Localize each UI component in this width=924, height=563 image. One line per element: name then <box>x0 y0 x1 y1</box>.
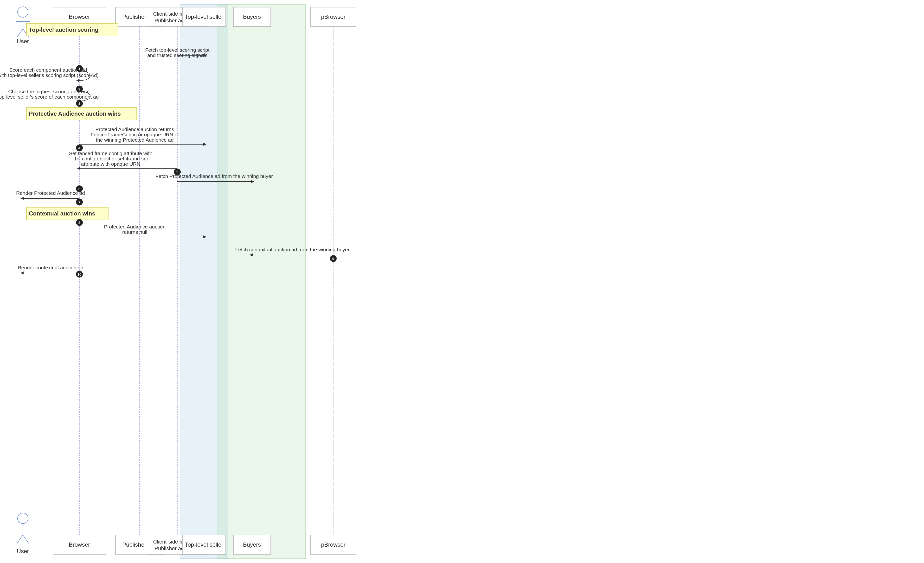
svg-point-67 <box>76 100 83 107</box>
svg-text:Contextual auction wins: Contextual auction wins <box>29 210 95 217</box>
svg-text:Buyers: Buyers <box>253 7 271 13</box>
svg-text:Render contextual auction ad: Render contextual auction ad <box>18 265 83 270</box>
svg-marker-85 <box>251 180 254 183</box>
svg-text:Protected Audience auction ret: Protected Audience auction returns <box>96 126 174 132</box>
svg-rect-49 <box>27 24 118 36</box>
svg-text:Set fenced frame config attrib: Set fenced frame config attribute with <box>69 151 153 156</box>
svg-marker-90 <box>21 197 24 200</box>
svg-rect-15 <box>310 7 356 27</box>
svg-line-39 <box>17 535 23 544</box>
svg-rect-11 <box>182 7 226 27</box>
svg-text:10: 10 <box>78 272 82 276</box>
svg-marker-73 <box>203 143 207 146</box>
svg-line-33 <box>17 29 23 37</box>
svg-text:Publisher site: Publisher site <box>122 13 157 20</box>
svg-point-91 <box>76 199 83 205</box>
svg-rect-13 <box>233 7 271 27</box>
svg-text:top-level seller's score of ea: top-level seller's score of each compone… <box>0 94 99 100</box>
svg-text:Fetch top-level scoring script: Fetch top-level scoring script <box>145 47 209 53</box>
svg-point-106 <box>76 271 83 277</box>
svg-text:and trusted scoring signals: and trusted scoring signals <box>147 52 207 58</box>
svg-text:attribute with opaque URN: attribute with opaque URN <box>81 161 140 167</box>
svg-rect-21 <box>148 535 207 554</box>
diagram-container: Sellers Buyers Browser Publisher site Cl… <box>0 0 924 563</box>
svg-point-60 <box>76 85 83 92</box>
svg-marker-110 <box>21 271 24 274</box>
svg-rect-0 <box>180 4 228 559</box>
svg-rect-19 <box>116 535 164 554</box>
svg-rect-93 <box>27 207 108 220</box>
svg-text:Buyers: Buyers <box>243 13 261 20</box>
svg-marker-59 <box>76 79 80 82</box>
svg-point-95 <box>76 219 83 226</box>
svg-text:Publisher ad server: Publisher ad server <box>154 545 200 551</box>
svg-text:Top-level seller: Top-level seller <box>185 13 223 20</box>
svg-point-74 <box>76 145 83 151</box>
svg-text:Top-level seller: Top-level seller <box>185 541 223 548</box>
svg-line-34 <box>23 29 29 37</box>
svg-text:Browser: Browser <box>69 13 90 20</box>
svg-rect-24 <box>182 535 226 554</box>
svg-text:8: 8 <box>78 220 80 225</box>
svg-text:Protective Audience auction wi: Protective Audience auction wins <box>29 110 121 117</box>
svg-text:1: 1 <box>78 67 80 71</box>
svg-point-36 <box>18 513 28 524</box>
svg-text:Top-level auction scoring: Top-level auction scoring <box>29 27 98 33</box>
svg-point-86 <box>76 186 83 192</box>
sequence-arrows: Sellers Buyers Browser Publisher site Cl… <box>0 0 924 563</box>
svg-text:FencedFrameConfig or opaque UR: FencedFrameConfig or opaque URN of <box>91 132 179 137</box>
svg-text:Buyers: Buyers <box>243 541 261 548</box>
svg-marker-100 <box>203 235 207 238</box>
svg-point-101 <box>330 255 337 262</box>
svg-text:Sellers: Sellers <box>195 7 213 13</box>
svg-text:3: 3 <box>78 102 80 106</box>
svg-text:9: 9 <box>332 257 334 261</box>
svg-rect-28 <box>310 535 356 554</box>
svg-rect-6 <box>116 7 164 27</box>
svg-text:Fetch Protected Audience ad fr: Fetch Protected Audience ad from the win… <box>156 174 273 179</box>
svg-point-55 <box>76 65 83 72</box>
svg-text:5: 5 <box>176 170 178 174</box>
svg-text:the config object or set ifram: the config object or set iframe src <box>74 156 148 162</box>
svg-text:Render Protected Audience ad: Render Protected Audience ad <box>16 190 85 196</box>
svg-point-30 <box>18 7 28 17</box>
svg-text:2: 2 <box>78 87 80 91</box>
svg-text:Score each component auction b: Score each component auction bid <box>9 67 87 73</box>
svg-rect-2 <box>218 4 306 559</box>
svg-marker-105 <box>249 253 253 256</box>
svg-rect-26 <box>233 535 271 554</box>
svg-text:Client-side library for: Client-side library for <box>153 539 202 545</box>
svg-text:Publisher ad server: Publisher ad server <box>154 18 200 24</box>
svg-rect-4 <box>53 7 106 27</box>
svg-text:with top-level seller's scorin: with top-level seller's scoring script (… <box>0 72 99 78</box>
svg-text:Choose the highest scoring ad : Choose the highest scoring ad from <box>8 89 88 94</box>
svg-rect-17 <box>53 535 106 554</box>
svg-text:Fetch contextual auction ad fr: Fetch contextual auction ad from the win… <box>235 247 350 252</box>
svg-point-81 <box>174 169 181 175</box>
svg-text:User: User <box>17 38 29 45</box>
svg-marker-80 <box>77 167 80 170</box>
svg-text:Client-side library for: Client-side library for <box>153 11 202 17</box>
svg-marker-64 <box>76 99 80 103</box>
svg-text:pBrowser: pBrowser <box>321 541 345 548</box>
svg-text:Protected Audience auction: Protected Audience auction <box>104 224 165 229</box>
svg-rect-65 <box>27 108 136 120</box>
svg-text:User: User <box>17 548 29 554</box>
svg-text:Publisher site: Publisher site <box>122 541 157 548</box>
svg-text:4: 4 <box>78 146 81 150</box>
svg-text:pBrowser: pBrowser <box>321 13 345 20</box>
svg-text:returns null: returns null <box>122 229 147 235</box>
svg-text:7: 7 <box>78 200 80 204</box>
svg-rect-8 <box>148 7 207 27</box>
svg-text:Browser: Browser <box>69 541 90 548</box>
svg-marker-52 <box>203 54 207 57</box>
svg-text:the winning Protected Audience: the winning Protected Audience ad <box>96 137 174 142</box>
svg-text:6: 6 <box>78 187 80 191</box>
svg-line-40 <box>23 535 29 544</box>
